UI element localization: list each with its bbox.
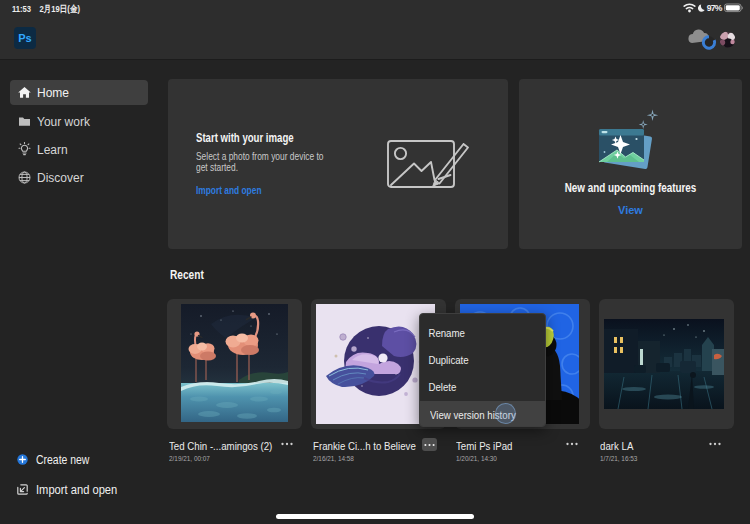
svg-text:97%: 97%: [707, 3, 723, 13]
